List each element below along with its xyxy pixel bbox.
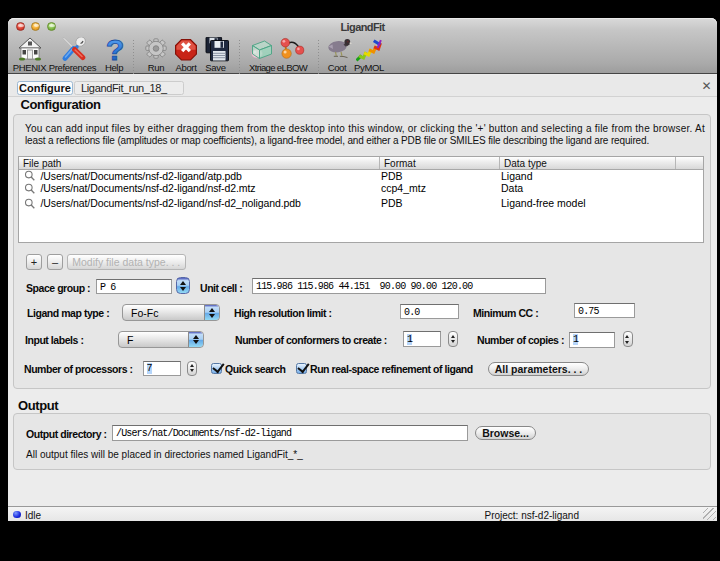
svg-text:?: ? bbox=[106, 37, 125, 62]
